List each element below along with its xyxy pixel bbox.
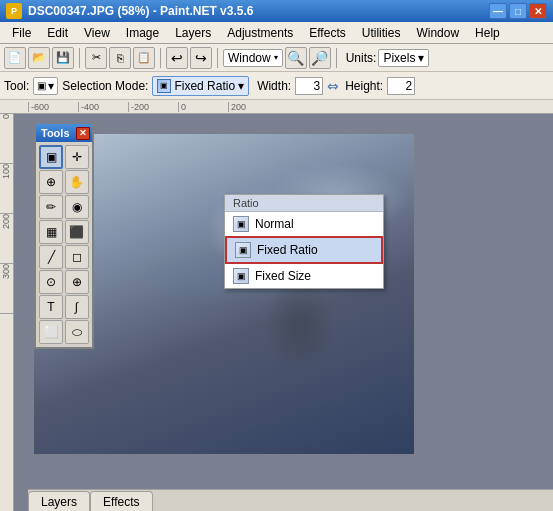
ruler-v-mark: 100 xyxy=(0,164,13,214)
tool-type-arrow: ▾ xyxy=(48,79,54,93)
width-input[interactable] xyxy=(295,77,323,95)
redo-button[interactable]: ↪ xyxy=(190,47,212,69)
fixed-size-icon: ▣ xyxy=(233,268,249,284)
fixed-size-label: Fixed Size xyxy=(255,269,311,283)
ellipse-tool[interactable]: ⬭ xyxy=(65,320,89,344)
normal-option[interactable]: ▣ Normal xyxy=(225,212,383,236)
tools-grid: ▣ ✛ ⊕ ✋ ✏ ◉ ▦ ⬛ ╱ ◻ ⊙ ⊕ T ∫ ⬜ ⬭ xyxy=(36,142,92,347)
selection-mode-menu: Ratio ▣ Normal ▣ Fixed Ratio ▣ Fixed Siz… xyxy=(224,194,384,289)
save-button[interactable]: 💾 xyxy=(52,47,74,69)
ruler-v-mark: 0 xyxy=(0,114,13,164)
window-dropdown-arrow: ▾ xyxy=(274,53,278,62)
ruler-vertical: 0 100 200 300 xyxy=(0,114,14,511)
tools-close-button[interactable]: ✕ xyxy=(76,127,90,140)
tools-title-bar: Tools ✕ xyxy=(36,124,92,142)
normal-label: Normal xyxy=(255,217,294,231)
app-icon: P xyxy=(6,3,22,19)
ruler-mark: 200 xyxy=(228,102,278,112)
units-value: Pixels xyxy=(383,51,415,65)
pan-tool[interactable]: ✋ xyxy=(65,170,89,194)
ruler-v-mark: 300 xyxy=(0,264,13,314)
width-label: Width: xyxy=(257,79,291,93)
pencil-tool[interactable]: ✏ xyxy=(39,195,63,219)
panel-tab-bar: Layers Effects xyxy=(28,489,553,511)
fixed-ratio-arrow: ▾ xyxy=(238,79,244,93)
clone-stamp-tool[interactable]: ⊙ xyxy=(39,270,63,294)
tab-effects[interactable]: Effects xyxy=(90,491,152,511)
copy-button[interactable]: ⎘ xyxy=(109,47,131,69)
window-label: Window xyxy=(228,51,271,65)
menu-adjustments[interactable]: Adjustments xyxy=(219,24,301,42)
toolbar-sep-1 xyxy=(79,48,80,68)
dropdown-header: Ratio xyxy=(225,195,383,212)
fixed-size-option[interactable]: ▣ Fixed Size xyxy=(225,264,383,288)
toolbar-sep-2 xyxy=(160,48,161,68)
units-label: Units: xyxy=(346,51,377,65)
minimize-button[interactable]: — xyxy=(489,3,507,19)
paint-bucket-tool[interactable]: ⬛ xyxy=(65,220,89,244)
toolbar-sep-4 xyxy=(336,48,337,68)
menu-help[interactable]: Help xyxy=(467,24,508,42)
ruler-v-mark: 200 xyxy=(0,214,13,264)
text-tool[interactable]: T xyxy=(39,295,63,319)
zoom-tool[interactable]: ⊕ xyxy=(39,170,63,194)
toolbar-sep-3 xyxy=(217,48,218,68)
height-label: Height: xyxy=(345,79,383,93)
title-bar: P DSC00347.JPG (58%) - Paint.NET v3.5.6 … xyxy=(0,0,553,22)
fixed-ratio-label: Fixed Ratio xyxy=(174,79,235,93)
rounded-rect-tool[interactable]: ⬜ xyxy=(39,320,63,344)
title-bar-controls: — □ ✕ xyxy=(489,3,547,19)
fixed-ratio-icon: ▣ xyxy=(157,79,171,93)
ruler-mark: 0 xyxy=(178,102,228,112)
ruler-mark: -200 xyxy=(128,102,178,112)
tools-panel-label: Tools xyxy=(41,127,70,139)
menu-bar: File Edit View Image Layers Adjustments … xyxy=(0,22,553,44)
menu-edit[interactable]: Edit xyxy=(39,24,76,42)
cut-button[interactable]: ✂ xyxy=(85,47,107,69)
fixed-ratio-item-icon: ▣ xyxy=(235,242,251,258)
zoom-in-button[interactable]: 🔍 xyxy=(285,47,307,69)
menu-utilities[interactable]: Utilities xyxy=(354,24,409,42)
rectangle-select-tool[interactable]: ▣ xyxy=(39,145,63,169)
recolor-tool[interactable]: ◉ xyxy=(65,195,89,219)
move-tool[interactable]: ✛ xyxy=(65,145,89,169)
main-area: 0 100 200 300 Tools ✕ ▣ ✛ ⊕ ✋ ✏ ◉ ▦ ⬛ ╱ … xyxy=(0,114,553,511)
curve-tool[interactable]: ∫ xyxy=(65,295,89,319)
ruler-horizontal: -600 -400 -200 0 200 xyxy=(0,100,553,114)
menu-file[interactable]: File xyxy=(4,24,39,42)
toolbar-tool-options: Tool: ▣ ▾ Selection Mode: ▣ Fixed Ratio … xyxy=(0,72,553,100)
gradient-tool[interactable]: ▦ xyxy=(39,220,63,244)
menu-view[interactable]: View xyxy=(76,24,118,42)
canvas-area[interactable]: Tools ✕ ▣ ✛ ⊕ ✋ ✏ ◉ ▦ ⬛ ╱ ◻ ⊙ ⊕ T ∫ ⬜ ⬭ xyxy=(14,114,553,511)
fixed-ratio-option[interactable]: ▣ Fixed Ratio xyxy=(225,236,383,264)
tool-type-dropdown[interactable]: ▣ ▾ xyxy=(33,77,58,95)
undo-button[interactable]: ↩ xyxy=(166,47,188,69)
tool-label: Tool: xyxy=(4,79,29,93)
eraser-tool[interactable]: ◻ xyxy=(65,245,89,269)
menu-layers[interactable]: Layers xyxy=(167,24,219,42)
open-button[interactable]: 📂 xyxy=(28,47,50,69)
swap-icon: ⇔ xyxy=(327,78,339,94)
ruler-mark: -400 xyxy=(78,102,128,112)
window-title: DSC00347.JPG (58%) - Paint.NET v3.5.6 xyxy=(28,4,253,18)
tab-layers[interactable]: Layers xyxy=(28,491,90,511)
menu-effects[interactable]: Effects xyxy=(301,24,353,42)
menu-image[interactable]: Image xyxy=(118,24,167,42)
window-dropdown[interactable]: Window ▾ xyxy=(223,49,283,67)
ruler-mark: -600 xyxy=(28,102,78,112)
selection-mode-label: Selection Mode: xyxy=(62,79,148,93)
menu-window[interactable]: Window xyxy=(408,24,467,42)
fixed-ratio-dropdown[interactable]: ▣ Fixed Ratio ▾ xyxy=(152,76,249,96)
line-tool[interactable]: ╱ xyxy=(39,245,63,269)
toolbar-main: 📄 📂 💾 ✂ ⎘ 📋 ↩ ↪ Window ▾ 🔍 🔎 Units: Pixe… xyxy=(0,44,553,72)
close-button[interactable]: ✕ xyxy=(529,3,547,19)
height-input[interactable] xyxy=(387,77,415,95)
healing-tool[interactable]: ⊕ xyxy=(65,270,89,294)
new-button[interactable]: 📄 xyxy=(4,47,26,69)
maximize-button[interactable]: □ xyxy=(509,3,527,19)
normal-icon: ▣ xyxy=(233,216,249,232)
units-dropdown[interactable]: Pixels ▾ xyxy=(378,49,429,67)
units-arrow: ▾ xyxy=(418,51,424,65)
zoom-out-button[interactable]: 🔎 xyxy=(309,47,331,69)
paste-button[interactable]: 📋 xyxy=(133,47,155,69)
